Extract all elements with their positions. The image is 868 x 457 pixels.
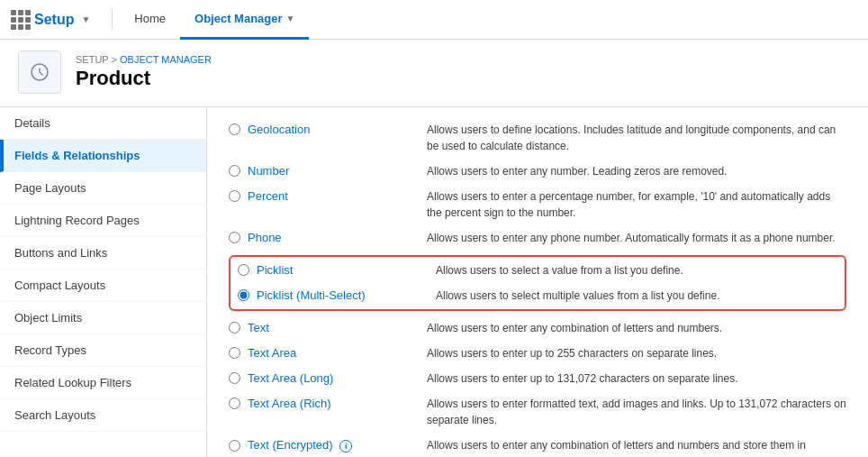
radio-text-encrypted-input[interactable] (229, 440, 240, 452)
radio-phone[interactable]: Phone (229, 230, 427, 244)
radio-text-area-rich[interactable]: Text Area (Rich) (229, 396, 427, 410)
sidebar-item-search-layouts[interactable]: Search Layouts (0, 399, 206, 432)
top-nav: Setup ▼ Home Object Manager ▼ (0, 0, 868, 40)
sidebar-item-compact-layouts[interactable]: Compact Layouts (0, 270, 206, 302)
app-grid-menu[interactable]: Setup ▼ (11, 10, 113, 30)
content-area: Geolocation Allows users to define locat… (207, 107, 868, 457)
radio-percent-input[interactable] (229, 190, 240, 202)
radio-text-area-long[interactable]: Text Area (Long) (229, 370, 427, 385)
radio-text-area-rich-label[interactable]: Text Area (Rich) (248, 397, 330, 410)
desc-geolocation: Allows users to define locations. Includ… (427, 122, 846, 154)
radio-text-encrypted-label[interactable]: Text (Encrypted) i (248, 438, 352, 452)
highlighted-picklist-section: Picklist Allows users to select a value … (229, 255, 846, 311)
sidebar-item-details[interactable]: Details (0, 107, 206, 140)
radio-geolocation-input[interactable] (229, 123, 240, 135)
sidebar-item-object-limits[interactable]: Object Limits (0, 302, 206, 334)
sidebar-item-buttons-links[interactable]: Buttons and Links (0, 237, 206, 270)
info-icon[interactable]: i (339, 440, 352, 452)
nav-tabs: Home Object Manager ▼ (120, 0, 309, 40)
radio-geolocation[interactable]: Geolocation (229, 122, 427, 136)
desc-text-area-rich: Allows users to enter formatted text, ad… (427, 396, 846, 428)
radio-text-area[interactable]: Text Area (229, 345, 427, 360)
sidebar-item-related-lookup-filters[interactable]: Related Lookup Filters (0, 367, 206, 399)
desc-text-area-long: Allows users to enter up to 131,072 char… (427, 370, 846, 387)
app-name: Setup (34, 12, 77, 28)
page-header: SETUP > OBJECT MANAGER Product (0, 40, 868, 107)
desc-text: Allows users to enter any combination of… (427, 320, 846, 336)
radio-picklist-input[interactable] (238, 264, 249, 276)
breadcrumb-link[interactable]: OBJECT MANAGER (120, 54, 212, 65)
grid-icon[interactable] (11, 10, 31, 30)
tab-object-manager[interactable]: Object Manager ▼ (180, 0, 309, 40)
breadcrumb: SETUP > OBJECT MANAGER (76, 54, 212, 65)
sidebar-item-page-layouts[interactable]: Page Layouts (0, 172, 206, 205)
sidebar: Details Fields & Relationships Page Layo… (0, 107, 207, 457)
radio-number-label[interactable]: Number (248, 164, 289, 178)
desc-number: Allows users to enter any number. Leadin… (427, 163, 846, 179)
radio-text-label[interactable]: Text (248, 321, 269, 334)
tab-chevron-icon: ▼ (286, 14, 295, 23)
radio-percent-label[interactable]: Percent (248, 189, 288, 203)
desc-percent: Allows users to enter a percentage numbe… (427, 188, 846, 221)
radio-phone-label[interactable]: Phone (248, 231, 282, 244)
field-type-text-encrypted: Text (Encrypted) i Allows users to enter… (229, 437, 846, 457)
field-type-percent: Percent Allows users to enter a percenta… (229, 188, 846, 221)
main-layout: Details Fields & Relationships Page Layo… (0, 107, 868, 457)
radio-geolocation-label[interactable]: Geolocation (248, 123, 310, 136)
field-type-text-area-rich: Text Area (Rich) Allows users to enter f… (229, 396, 846, 428)
sidebar-item-fields-relationships[interactable]: Fields & Relationships (0, 140, 206, 172)
desc-text-encrypted: Allows users to enter any combination of… (427, 437, 846, 457)
desc-phone: Allows users to enter any phone number. … (427, 230, 846, 246)
radio-phone-input[interactable] (229, 232, 240, 243)
radio-picklist-label[interactable]: Picklist (257, 263, 293, 277)
radio-text-area-label[interactable]: Text Area (248, 346, 296, 360)
field-type-text-area: Text Area Allows users to enter up to 25… (229, 345, 846, 361)
sidebar-item-record-types[interactable]: Record Types (0, 334, 206, 367)
radio-picklist-multi[interactable]: Picklist (Multi-Select) (238, 288, 436, 302)
desc-picklist-multi: Allows users to select multiple values f… (436, 288, 837, 304)
radio-percent[interactable]: Percent (229, 188, 427, 203)
field-type-picklist: Picklist Allows users to select a value … (238, 262, 837, 279)
header-text: SETUP > OBJECT MANAGER Product (76, 54, 212, 90)
field-type-phone: Phone Allows users to enter any phone nu… (229, 230, 846, 246)
field-type-geolocation: Geolocation Allows users to define locat… (229, 122, 846, 154)
field-type-picklist-multi: Picklist (Multi-Select) Allows users to … (238, 288, 837, 304)
radio-text-area-long-label[interactable]: Text Area (Long) (248, 371, 333, 385)
radio-picklist[interactable]: Picklist (238, 262, 436, 277)
sidebar-item-lightning-record-pages[interactable]: Lightning Record Pages (0, 205, 206, 237)
radio-number[interactable]: Number (229, 163, 427, 178)
object-icon (18, 50, 61, 94)
field-type-text: Text Allows users to enter any combinati… (229, 320, 846, 336)
field-type-number: Number Allows users to enter any number.… (229, 163, 846, 179)
desc-text-area: Allows users to enter up to 255 characte… (427, 345, 846, 361)
radio-number-input[interactable] (229, 165, 240, 177)
page-title: Product (76, 67, 212, 90)
field-type-text-area-long: Text Area (Long) Allows users to enter u… (229, 370, 846, 387)
app-chevron-icon[interactable]: ▼ (81, 14, 90, 24)
radio-text-area-rich-input[interactable] (229, 398, 240, 409)
tab-home[interactable]: Home (120, 0, 180, 40)
radio-text-encrypted[interactable]: Text (Encrypted) i (229, 437, 427, 452)
radio-picklist-multi-label[interactable]: Picklist (Multi-Select) (257, 288, 366, 302)
radio-text-input[interactable] (229, 322, 240, 334)
radio-picklist-multi-input[interactable] (238, 289, 249, 301)
desc-picklist: Allows users to select a value from a li… (436, 262, 837, 279)
radio-text-area-input[interactable] (229, 347, 240, 359)
radio-text-area-long-input[interactable] (229, 372, 240, 384)
radio-text[interactable]: Text (229, 320, 427, 334)
